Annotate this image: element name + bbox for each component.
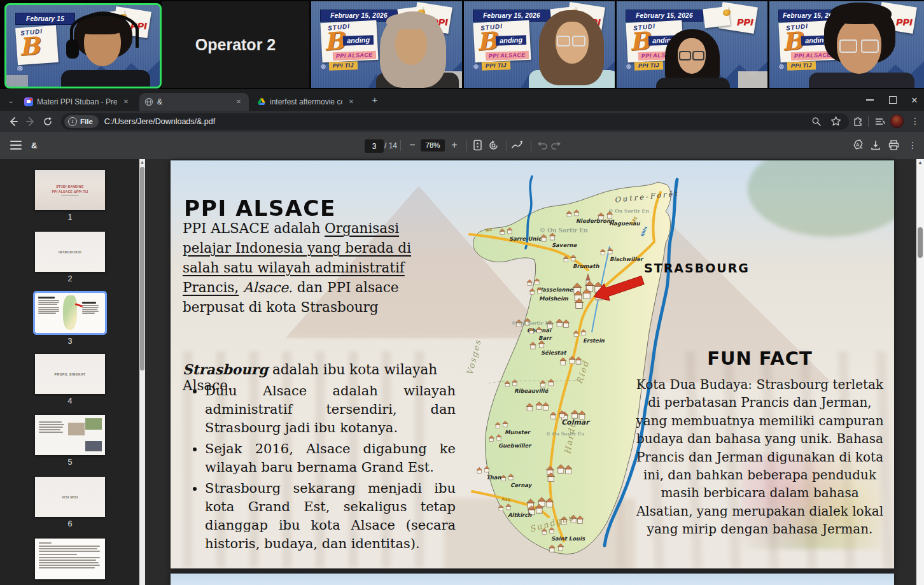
participant-self <box>56 11 151 87</box>
banding-b-letter: B <box>476 29 498 54</box>
funfact-body: Kota Dua Budaya: Strasbourg terletak di … <box>633 376 887 539</box>
pdf-menu-icon[interactable] <box>10 141 22 150</box>
tab-pdf-active[interactable]: & ✕ <box>139 93 249 111</box>
video-tile-participant-4[interactable]: February 15, 2026 STUDI B anding PPI ALS… <box>769 1 924 88</box>
extension-lines-icon[interactable] <box>875 117 885 126</box>
info-icon: i <box>68 117 77 126</box>
file-scheme-chip[interactable]: i File <box>64 115 99 128</box>
thumb-number: 6 <box>35 519 105 528</box>
drive-icon <box>257 97 266 106</box>
tab-interfest[interactable]: interfest aftermovie concept 1.n ✕ <box>252 93 361 111</box>
banding-text: anding <box>496 35 527 46</box>
close-window-button[interactable]: ✕ <box>904 89 924 111</box>
participant-hijab <box>370 11 462 88</box>
file-chip-label: File <box>80 118 93 125</box>
add-text-annotation-icon[interactable]: A+ <box>850 137 865 153</box>
screen: February 15 STUDI B PPI ❅ Operator 2 <box>0 0 924 585</box>
zoom-out-button[interactable]: − <box>405 137 420 153</box>
thumbnail-page-3-selected[interactable] <box>35 293 105 333</box>
thumb-text: PPI ALSACE &PPI TIJ <box>52 190 88 194</box>
browser-tab-strip: ⌄ Materi PPI Stuban - Presentatio ✕ & ✕ … <box>0 89 924 111</box>
search-icon[interactable] <box>811 116 822 127</box>
thumbnail-page-1[interactable]: STUDI BANDING PPI ALSACE &PPI TIJ <box>35 170 105 210</box>
date-banner: February 15, 2026 <box>626 10 703 22</box>
video-tile-participant-2[interactable]: February 15, 2026 STUDI B anding PPI ALS… <box>464 1 615 88</box>
participant-name: Operator 2 <box>195 36 276 54</box>
thumb-text: PROFIL SINGKAT <box>55 372 86 376</box>
print-icon[interactable] <box>886 137 901 153</box>
banding-b-letter: B <box>781 29 804 54</box>
video-tile-self[interactable]: February 15 STUDI B PPI ❅ <box>4 3 162 88</box>
participant-glasses-dark <box>654 29 743 88</box>
snowflake-icon: ❅ <box>778 62 785 71</box>
rotate-button[interactable] <box>486 137 501 153</box>
pdf-filename: & <box>31 141 37 150</box>
thumb-number: 1 <box>35 213 105 222</box>
thumbnail-page-2[interactable]: INTRODUKSI <box>35 232 105 272</box>
redo-button[interactable] <box>549 137 564 153</box>
bookmark-star-icon[interactable] <box>830 116 841 127</box>
thumb-text: INTRODUKSI <box>59 250 81 254</box>
svg-text:A: A <box>856 142 860 148</box>
close-icon[interactable]: ✕ <box>121 97 131 107</box>
thumb-text: VISI MISI <box>62 495 78 499</box>
viewer-scrollbar[interactable]: ▲ <box>916 159 924 585</box>
new-tab-button[interactable]: + <box>369 94 381 106</box>
ppi-tij-banner: PPI TIJ <box>482 61 510 71</box>
profile-avatar[interactable] <box>890 115 904 128</box>
undo-button[interactable] <box>535 137 550 153</box>
maximize-button[interactable] <box>882 89 904 111</box>
sidebar-scrollbar-thumb[interactable] <box>140 167 144 370</box>
virtual-bg-wall <box>6 75 28 87</box>
tab-title: & <box>157 97 230 106</box>
video-tile-participant-1[interactable]: February 15, 2026 STUDI B anding PPI ALS… <box>311 1 462 88</box>
viewer-scrollbar-thumb[interactable] <box>918 227 923 258</box>
snowflake-icon: ❅ <box>320 62 326 71</box>
download-icon[interactable] <box>868 137 883 153</box>
back-button[interactable] <box>5 113 21 129</box>
page-number-input[interactable] <box>365 139 384 153</box>
participant-glasses-light <box>525 10 615 88</box>
page-count: / 14 <box>384 141 397 150</box>
thumbnail-page-7[interactable] <box>35 539 105 579</box>
thumb-number: 2 <box>35 274 105 283</box>
browser-toolbar: i File C:/Users/Jere/Downloads/&.pdf ⋮ <box>0 111 924 132</box>
pdf-viewer: PPI ALSACE PPI ALSACE adalah Organisasi … <box>145 159 916 585</box>
thumbnail-page-4[interactable]: PROFIL SINGKAT <box>35 354 105 394</box>
close-icon[interactable]: ✕ <box>234 97 244 107</box>
sidebar-scrollbar[interactable]: ▲ <box>139 159 145 585</box>
thumbnail-page-5[interactable] <box>35 415 105 455</box>
tab-materi-ppi[interactable]: Materi PPI Stuban - Presentatio ✕ <box>19 93 136 111</box>
participant-man-glasses <box>805 3 917 88</box>
ppi-alsace-banner: PPI ALSACE <box>486 51 529 60</box>
reload-button[interactable] <box>39 113 55 129</box>
url-text[interactable]: C:/Users/Jere/Downloads/&.pdf <box>104 117 811 126</box>
browser-menu-icon[interactable]: ⋮ <box>911 116 920 126</box>
zoom-level[interactable]: 78% <box>421 139 445 152</box>
thumbnail-page-6[interactable]: VISI MISI <box>35 477 105 517</box>
forward-button[interactable] <box>22 113 38 129</box>
tab-title: Materi PPI Stuban - Presentatio <box>37 97 117 106</box>
fit-page-button[interactable] <box>470 137 485 153</box>
banding-b-letter: B <box>323 29 346 54</box>
video-tile-participant-3[interactable]: February 15, 2026 STUDI B anding PPI ALS… <box>617 1 767 88</box>
close-icon[interactable]: ✕ <box>346 97 356 107</box>
tab-title: interfest aftermovie concept 1.n <box>270 97 342 106</box>
zoom-in-button[interactable]: + <box>447 137 462 153</box>
address-bar[interactable]: i File C:/Users/Jere/Downloads/&.pdf <box>61 113 849 130</box>
tab-search-icon[interactable]: ⌄ <box>5 95 17 106</box>
pdf-page-3: PPI ALSACE PPI ALSACE adalah Organisasi … <box>171 160 894 568</box>
banding-b-letter: B <box>18 34 41 59</box>
minimize-button[interactable] <box>859 89 881 111</box>
thumb-number: 5 <box>35 458 105 467</box>
thumb-number: 3 <box>35 337 105 346</box>
thumb-number: 4 <box>35 397 105 405</box>
video-tile-operator2[interactable]: Operator 2 <box>162 1 309 88</box>
annotate-pen-icon[interactable] <box>510 137 525 153</box>
snowflake-icon: ❅ <box>626 62 632 71</box>
extensions-puzzle-icon[interactable] <box>853 116 864 127</box>
pdf-more-menu-icon[interactable]: ⋮ <box>905 137 920 153</box>
toolbar-separator <box>868 116 869 127</box>
banding-b-letter: B <box>629 29 651 54</box>
snowflake-icon: ❅ <box>473 62 479 71</box>
